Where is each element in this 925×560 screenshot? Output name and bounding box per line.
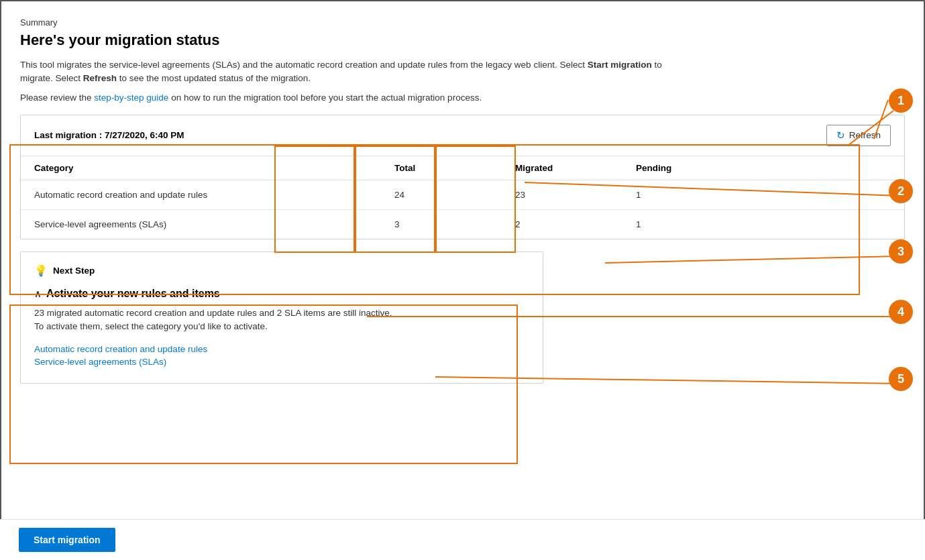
table-row: Automatic record creation and update rul…: [21, 180, 904, 210]
activate-title: Activate your new rules and items: [46, 288, 220, 300]
row2-empty: [757, 219, 891, 229]
summary-label: Summary: [20, 17, 905, 27]
migration-header-row: Last migration : 7/27/2020, 6:40 PM ↻ Re…: [21, 115, 904, 156]
next-step-header: 💡 Next Step: [34, 264, 529, 277]
row2-migrated: 2: [515, 219, 636, 229]
guide-link[interactable]: step-by-step guide: [94, 93, 168, 103]
col-header-migrated: Migrated: [515, 163, 636, 173]
lightbulb-icon: 💡: [34, 264, 48, 277]
chevron-up-icon: ∧: [34, 288, 41, 299]
migration-table-container: Last migration : 7/27/2020, 6:40 PM ↻ Re…: [20, 115, 905, 239]
col-header-total: Total: [394, 163, 515, 173]
activate-link-rules[interactable]: Automatic record creation and update rul…: [34, 344, 529, 354]
start-migration-button[interactable]: Start migration: [19, 528, 115, 552]
refresh-icon: ↻: [836, 129, 845, 142]
annotation-circle-4: 4: [889, 300, 913, 324]
next-step-label: Next Step: [53, 266, 95, 276]
activate-link-slas[interactable]: Service-level agreements (SLAs): [34, 357, 529, 367]
table-row: Service-level agreements (SLAs) 3 2 1: [21, 210, 904, 239]
description-text: This tool migrates the service-level agr…: [20, 58, 664, 86]
col-header-category: Category: [34, 163, 394, 173]
annotation-circle-3: 3: [889, 239, 913, 264]
col-header-empty: [757, 163, 891, 173]
row1-category: Automatic record creation and update rul…: [34, 190, 394, 200]
table-header-row: Category Total Migrated Pending: [21, 156, 904, 180]
row1-migrated: 23: [515, 190, 636, 200]
table-grid: Category Total Migrated Pending Automati…: [21, 156, 904, 239]
row2-category: Service-level agreements (SLAs): [34, 219, 394, 229]
svg-line-2: [605, 256, 900, 263]
row1-pending: 1: [636, 190, 757, 200]
page-title: Here's your migration status: [20, 32, 905, 49]
bottom-bar: Start migration: [0, 519, 925, 560]
row2-pending: 1: [636, 219, 757, 229]
last-migration-text: Last migration : 7/27/2020, 6:40 PM: [34, 130, 184, 140]
row1-total: 24: [394, 190, 515, 200]
activate-description: 23 migrated automatic record creation an…: [34, 306, 529, 334]
col-header-pending: Pending: [636, 163, 757, 173]
guide-text: Please review the step-by-step guide on …: [20, 93, 905, 103]
refresh-button[interactable]: ↻ Refresh: [826, 125, 891, 146]
refresh-label: Refresh: [849, 130, 881, 140]
next-step-container: 💡 Next Step ∧ Activate your new rules an…: [20, 251, 543, 384]
row2-total: 3: [394, 219, 515, 229]
annotation-circle-5: 5: [889, 367, 913, 391]
activate-header: ∧ Activate your new rules and items: [34, 288, 529, 300]
row1-empty: [757, 190, 891, 200]
